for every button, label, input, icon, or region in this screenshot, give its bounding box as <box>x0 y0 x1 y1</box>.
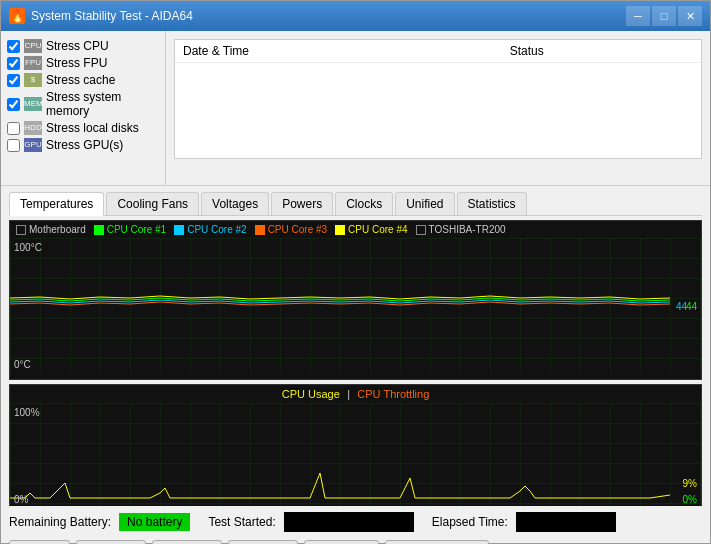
stress-fpu-checkbox[interactable] <box>7 57 20 70</box>
col-datetime: Date & Time <box>175 40 502 63</box>
cpu-icon: CPU <box>24 39 42 53</box>
window-controls: ─ □ ✕ <box>626 6 702 26</box>
legend-separator: | <box>347 388 350 400</box>
tab-statistics[interactable]: Statistics <box>457 192 527 215</box>
close-button[interactable]: ✕ <box>678 6 702 26</box>
cpu-usage-chart-area: 100% 0% 9% 0% <box>10 403 701 506</box>
legend-motherboard: Motherboard <box>16 224 86 235</box>
cpu-usage-label: CPU Usage <box>282 388 340 400</box>
stress-options-panel: CPU Stress CPU FPU Stress FPU $ Stress c… <box>1 31 166 185</box>
preferences-button[interactable]: Preferences <box>385 540 489 544</box>
col-status: Status <box>502 40 701 63</box>
stress-disk-checkbox[interactable] <box>7 122 20 135</box>
stress-mem-checkbox[interactable] <box>7 98 20 111</box>
cpu-usage-legend: CPU Usage | CPU Throttling <box>10 385 701 403</box>
checkbox-stress-cpu[interactable]: CPU Stress CPU <box>7 39 159 53</box>
stress-cpu-label: Stress CPU <box>46 39 109 53</box>
stress-fpu-label: Stress FPU <box>46 56 107 70</box>
cpuid-button[interactable]: CPUID <box>304 540 378 544</box>
mem-icon: MEM <box>24 97 42 111</box>
temperature-chart: Motherboard CPU Core #1 CPU Core #2 <box>9 220 702 380</box>
cpu-throttling-value-right: 0% <box>683 494 697 505</box>
status-area: Date & Time Status <box>166 31 710 185</box>
charts-container: Motherboard CPU Core #1 CPU Core #2 <box>9 216 702 506</box>
tab-bar: Temperatures Cooling Fans Voltages Power… <box>9 192 702 216</box>
cache-icon: $ <box>24 73 42 87</box>
tab-temperatures[interactable]: Temperatures <box>9 192 104 216</box>
window-title: System Stability Test - AIDA64 <box>31 9 626 23</box>
maximize-button[interactable]: □ <box>652 6 676 26</box>
test-started-label: Test Started: <box>208 515 275 529</box>
legend-cpu-core-4-label: CPU Core #4 <box>348 224 407 235</box>
remaining-battery-label: Remaining Battery: <box>9 515 111 529</box>
tab-voltages[interactable]: Voltages <box>201 192 269 215</box>
top-section: CPU Stress CPU FPU Stress FPU $ Stress c… <box>1 31 710 186</box>
stress-gpu-checkbox[interactable] <box>7 139 20 152</box>
fpu-icon: FPU <box>24 56 42 70</box>
bottom-panel: Remaining Battery: No battery Test Start… <box>1 506 710 544</box>
tab-unified[interactable]: Unified <box>395 192 454 215</box>
checkbox-stress-gpu[interactable]: GPU Stress GPU(s) <box>7 138 159 152</box>
cpu-usage-chart: CPU Usage | CPU Throttling 100% 0% 9% 0% <box>9 384 702 506</box>
main-window: 🔥 System Stability Test - AIDA64 ─ □ ✕ C… <box>0 0 711 544</box>
legend-motherboard-label: Motherboard <box>29 224 86 235</box>
legend-cpu-core-2-label: CPU Core #2 <box>187 224 246 235</box>
disk-icon: HDD <box>24 121 42 135</box>
temp-chart-legend: Motherboard CPU Core #1 CPU Core #2 <box>10 221 701 238</box>
tab-clocks[interactable]: Clocks <box>335 192 393 215</box>
temp-value-right: 44 <box>686 301 697 312</box>
checkbox-stress-fpu[interactable]: FPU Stress FPU <box>7 56 159 70</box>
no-battery-badge: No battery <box>119 513 190 531</box>
button-row: Start Stop Clear Save CPUID Preferences <box>9 540 702 544</box>
save-button[interactable]: Save <box>228 540 298 544</box>
cpu-usage-y-max: 100% <box>14 407 40 418</box>
legend-toshiba: TOSHIBA-TR200 <box>416 224 506 235</box>
checkbox-stress-disk[interactable]: HDD Stress local disks <box>7 121 159 135</box>
temp-value-right2: 44 <box>676 301 687 312</box>
stress-disk-label: Stress local disks <box>46 121 139 135</box>
checkbox-stress-cache[interactable]: $ Stress cache <box>7 73 159 87</box>
elapsed-time-label: Elapsed Time: <box>432 515 508 529</box>
cpu-usage-value-right: 9% <box>683 478 697 489</box>
temp-y-min: 0°C <box>14 359 31 370</box>
temp-chart-svg <box>10 238 701 374</box>
stop-button[interactable]: Stop <box>76 540 146 544</box>
elapsed-time-value <box>516 512 616 532</box>
start-button[interactable]: Start <box>9 540 70 544</box>
tab-cooling-fans[interactable]: Cooling Fans <box>106 192 199 215</box>
legend-cpu-core-4: CPU Core #4 <box>335 224 407 235</box>
minimize-button[interactable]: ─ <box>626 6 650 26</box>
stress-cpu-checkbox[interactable] <box>7 40 20 53</box>
legend-cpu-core-2: CPU Core #2 <box>174 224 246 235</box>
cpu-usage-svg <box>10 403 701 506</box>
checkbox-stress-mem[interactable]: MEM Stress system memory <box>7 90 159 118</box>
stress-gpu-label: Stress GPU(s) <box>46 138 123 152</box>
main-chart-area: Temperatures Cooling Fans Voltages Power… <box>1 186 710 506</box>
temp-chart-area: 100°C 0°C 44 44 <box>10 238 701 374</box>
legend-cpu-core-3-label: CPU Core #3 <box>268 224 327 235</box>
legend-cpu-core-3: CPU Core #3 <box>255 224 327 235</box>
test-started-value <box>284 512 414 532</box>
status-table: Date & Time Status <box>174 39 702 159</box>
gpu-icon: GPU <box>24 138 42 152</box>
app-icon: 🔥 <box>9 8 25 24</box>
legend-toshiba-label: TOSHIBA-TR200 <box>429 224 506 235</box>
stress-cache-checkbox[interactable] <box>7 74 20 87</box>
cpu-throttling-label: CPU Throttling <box>357 388 429 400</box>
title-bar: 🔥 System Stability Test - AIDA64 ─ □ ✕ <box>1 1 710 31</box>
legend-cpu-core-1: CPU Core #1 <box>94 224 166 235</box>
stress-mem-label: Stress system memory <box>46 90 159 118</box>
svg-rect-0 <box>10 238 701 374</box>
cpu-usage-y-min: 0% <box>14 494 28 505</box>
svg-rect-1 <box>10 403 701 506</box>
stress-cache-label: Stress cache <box>46 73 115 87</box>
legend-cpu-core-1-label: CPU Core #1 <box>107 224 166 235</box>
tab-powers[interactable]: Powers <box>271 192 333 215</box>
clear-button[interactable]: Clear <box>152 540 222 544</box>
temp-y-max: 100°C <box>14 242 42 253</box>
status-row: Remaining Battery: No battery Test Start… <box>9 512 702 532</box>
